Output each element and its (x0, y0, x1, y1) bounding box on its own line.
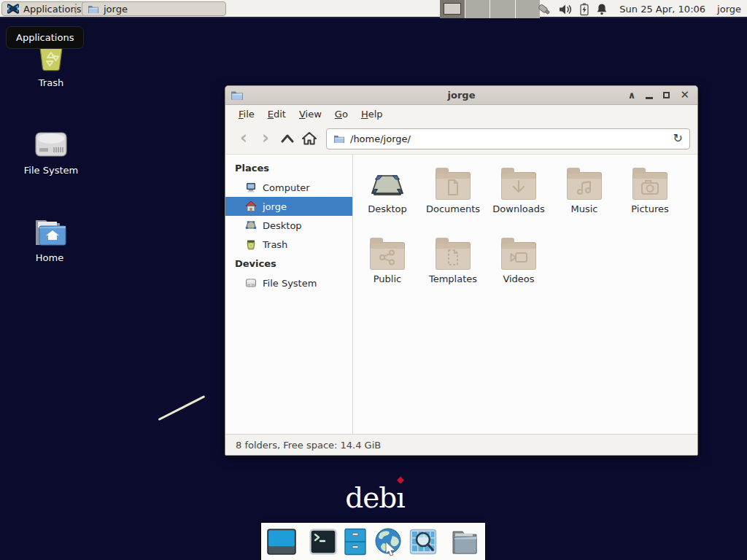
home-button[interactable] (298, 128, 320, 149)
panel-tray-area: Sun 25 Apr, 10:06 jorge (536, 0, 747, 18)
sidebar-item-label: Trash (263, 239, 287, 250)
status-text: 8 folders, Free space: 14.4 GiB (236, 440, 381, 451)
desktop-icon-file-system[interactable]: File System (16, 128, 86, 176)
up-button[interactable] (276, 128, 298, 149)
file-item-music[interactable]: Music (551, 166, 617, 236)
menu-file[interactable]: File (235, 106, 258, 122)
folder-icon (436, 172, 471, 200)
file-item-label: Videos (503, 273, 534, 284)
minimize-button[interactable] (646, 97, 653, 99)
panel-clock[interactable]: Sun 25 Apr, 10:06 (619, 4, 705, 15)
sidebar-item-computer[interactable]: Computer (225, 178, 352, 197)
volume-tray-icon[interactable] (559, 4, 573, 15)
computer-icon (245, 182, 257, 193)
home-folder-icon (31, 217, 68, 248)
sidebar-header-devices: Devices (225, 254, 352, 273)
window-titlebar[interactable]: jorge ∧ ✕ (225, 86, 697, 105)
window-body: Places Computer jorge (225, 155, 697, 434)
desktop-icon-label: Home (36, 252, 63, 263)
workspace-pager-2[interactable] (465, 0, 491, 18)
status-bar: 8 folders, Free space: 14.4 GiB (225, 434, 697, 455)
taskbar-window-button[interactable]: jorge (82, 1, 226, 16)
applications-menu-label: Applications (23, 4, 81, 15)
video-camera-glyph-icon (509, 250, 528, 265)
file-item-desktop[interactable]: Desktop (355, 166, 420, 236)
close-button[interactable]: ✕ (680, 90, 689, 101)
up-chevron-icon (280, 133, 295, 144)
desktop-icon (245, 219, 257, 231)
workspace-pager-1[interactable] (440, 0, 465, 18)
template-glyph-icon (445, 249, 461, 266)
file-list: Desktop Documents Down (353, 155, 697, 434)
panel-handle[interactable] (75, 4, 79, 14)
sidebar-item-trash[interactable]: Trash (225, 235, 352, 254)
sidebar-item-desktop[interactable]: Desktop (225, 216, 352, 235)
folder-icon (567, 172, 602, 200)
desktop-icon-label: File System (24, 165, 78, 176)
home-icon (245, 201, 257, 212)
cursor-artifact (158, 395, 206, 421)
menu-go[interactable]: Go (331, 106, 352, 122)
camera-glyph-icon (640, 179, 659, 195)
music-notes-glyph-icon (576, 179, 593, 195)
input-device-tray-icon[interactable] (536, 2, 552, 17)
power-tray-icon[interactable] (579, 3, 589, 16)
file-manager-launcher-icon[interactable] (344, 528, 367, 556)
toolbar: ‹ › /home/jorge/ ↻ (225, 123, 697, 155)
back-button[interactable]: ‹ (233, 128, 255, 149)
path-input[interactable]: /home/jorge/ (350, 133, 668, 144)
forward-button[interactable]: › (255, 128, 276, 149)
menu-help[interactable]: Help (357, 106, 387, 122)
file-item-templates[interactable]: Templates (420, 236, 486, 306)
file-item-public[interactable]: Public (355, 236, 420, 306)
folder-launcher-icon[interactable] (450, 529, 479, 555)
file-item-pictures[interactable]: Pictures (617, 166, 683, 236)
applications-menu-button[interactable]: Applications (1, 1, 87, 16)
sidebar-item-label: jorge (263, 201, 287, 212)
file-item-label: Downloads (492, 203, 544, 214)
file-item-downloads[interactable]: Downloads (486, 166, 551, 236)
file-item-label: Music (571, 203, 598, 214)
notification-bell-icon[interactable] (596, 3, 608, 15)
panel-username[interactable]: jorge (717, 4, 741, 15)
shade-button[interactable]: ∧ (628, 90, 636, 100)
file-item-documents[interactable]: Documents (420, 166, 486, 236)
location-bar[interactable]: /home/jorge/ ↻ (326, 128, 690, 149)
folder-icon (632, 172, 667, 200)
sidebar-item-file-system[interactable]: File System (225, 273, 352, 292)
menu-edit[interactable]: Edit (264, 106, 290, 122)
desktop-icon-home[interactable]: Home (15, 217, 85, 263)
window-title: jorge (225, 90, 697, 101)
debian-logo-text: deb (345, 481, 396, 514)
folder-icon (370, 242, 405, 270)
file-item-videos[interactable]: Videos (486, 236, 551, 306)
show-desktop-icon[interactable] (267, 529, 296, 555)
path-folder-icon (333, 134, 345, 144)
application-finder-launcher-icon[interactable] (409, 529, 437, 555)
file-item-label: Documents (426, 203, 480, 214)
window-controls: ∧ ✕ (628, 90, 697, 101)
terminal-launcher-icon[interactable] (309, 529, 337, 555)
workspace-window-outline (444, 3, 461, 15)
sidebar-item-label: Desktop (263, 220, 302, 231)
file-item-label: Templates (429, 273, 477, 284)
bottom-dock (261, 523, 485, 560)
web-browser-launcher-icon[interactable] (374, 527, 403, 556)
file-item-label: Desktop (368, 203, 407, 214)
folder-icon (501, 172, 536, 200)
hard-drive-icon (33, 128, 69, 160)
home-icon (301, 131, 317, 146)
workspace-pager-3[interactable] (490, 0, 516, 18)
share-glyph-icon (379, 249, 396, 265)
reload-icon[interactable]: ↻ (673, 133, 683, 144)
file-manager-window: jorge ∧ ✕ File Edit View Go Help ‹ › (225, 85, 698, 456)
maximize-button[interactable] (663, 92, 670, 98)
menu-bar: File Edit View Go Help (225, 105, 697, 123)
desktop-folder-icon (369, 172, 406, 200)
file-item-label: Public (374, 273, 401, 284)
forward-chevron-icon: › (262, 129, 269, 147)
menu-view[interactable]: View (295, 106, 325, 122)
document-glyph-icon (445, 179, 461, 196)
sidebar-item-label: File System (263, 278, 317, 289)
sidebar-item-jorge[interactable]: jorge (225, 197, 352, 216)
